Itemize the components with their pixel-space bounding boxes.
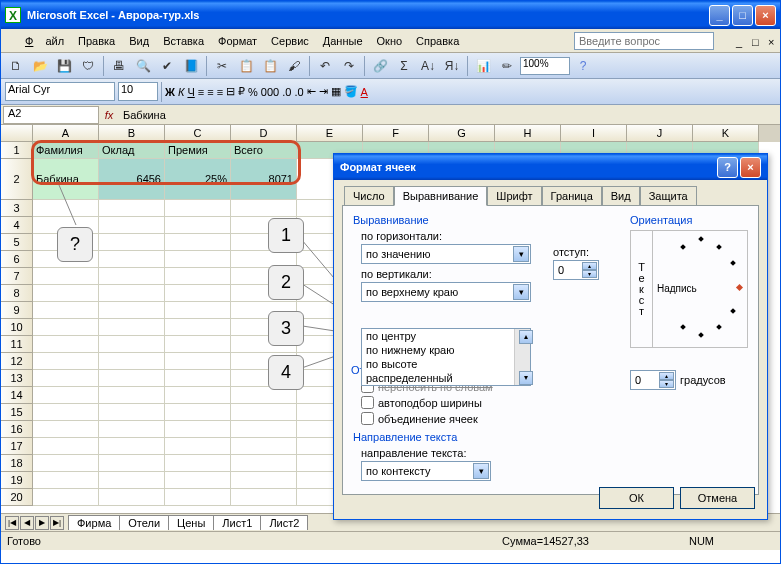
col-header[interactable]: E xyxy=(297,125,363,142)
cell[interactable] xyxy=(99,234,165,251)
row-header[interactable]: 1 xyxy=(1,142,33,159)
maximize-button[interactable]: □ xyxy=(732,5,753,26)
dropdown-option[interactable]: распределенный xyxy=(362,371,530,385)
tab-number[interactable]: Число xyxy=(344,186,394,205)
sort-asc-icon[interactable]: A↓ xyxy=(417,55,439,77)
cell[interactable] xyxy=(99,455,165,472)
row-header[interactable]: 20 xyxy=(1,489,33,506)
dec-dec-icon[interactable]: .0 xyxy=(294,86,303,98)
cell[interactable] xyxy=(165,234,231,251)
cell[interactable] xyxy=(33,285,99,302)
sheet-tab[interactable]: Фирма xyxy=(68,515,120,530)
row-header[interactable]: 9 xyxy=(1,302,33,319)
cell[interactable] xyxy=(165,336,231,353)
col-header[interactable]: D xyxy=(231,125,297,142)
sheet-tab[interactable]: Отели xyxy=(119,515,169,530)
cell[interactable] xyxy=(33,319,99,336)
combo-direction[interactable]: по контексту▾ xyxy=(361,461,491,481)
fill-color-icon[interactable]: 🪣 xyxy=(344,85,358,98)
cell[interactable] xyxy=(99,251,165,268)
tab-nav-next-icon[interactable]: ▶ xyxy=(35,516,49,530)
row-header[interactable]: 17 xyxy=(1,438,33,455)
row-header[interactable]: 19 xyxy=(1,472,33,489)
cell[interactable] xyxy=(165,319,231,336)
permission-icon[interactable]: 🛡 xyxy=(77,55,99,77)
tab-nav-prev-icon[interactable]: ◀ xyxy=(20,516,34,530)
row-header[interactable]: 5 xyxy=(1,234,33,251)
sheet-tab[interactable]: Цены xyxy=(168,515,214,530)
menu-window[interactable]: Окно xyxy=(371,33,409,49)
indent-dec-icon[interactable]: ⇤ xyxy=(307,85,316,98)
font-color-icon[interactable]: A xyxy=(361,86,368,98)
cell[interactable] xyxy=(165,404,231,421)
save-icon[interactable]: 💾 xyxy=(53,55,75,77)
mdi-minimize-button[interactable]: _ xyxy=(730,34,744,48)
menu-view[interactable]: Вид xyxy=(123,33,155,49)
row-header[interactable]: 7 xyxy=(1,268,33,285)
cell[interactable] xyxy=(165,438,231,455)
cell[interactable] xyxy=(231,438,297,455)
align-right-icon[interactable]: ≡ xyxy=(217,86,223,98)
cell[interactable] xyxy=(99,268,165,285)
dialog-help-button[interactable]: ? xyxy=(717,157,738,178)
cell[interactable] xyxy=(33,353,99,370)
sheet-tab[interactable]: Лист2 xyxy=(260,515,308,530)
cell[interactable] xyxy=(99,200,165,217)
cell[interactable] xyxy=(99,404,165,421)
menu-edit[interactable]: Правка xyxy=(72,33,121,49)
col-header[interactable]: C xyxy=(165,125,231,142)
cell[interactable] xyxy=(165,370,231,387)
cell[interactable] xyxy=(165,387,231,404)
name-box[interactable]: A2 xyxy=(3,106,99,124)
spin-indent[interactable]: 0▴▾ xyxy=(553,260,599,280)
currency-icon[interactable]: ₽ xyxy=(238,85,245,98)
redo-icon[interactable]: ↷ xyxy=(338,55,360,77)
undo-icon[interactable]: ↶ xyxy=(314,55,336,77)
cell[interactable] xyxy=(231,489,297,506)
combo-horizontal[interactable]: по значению▾ xyxy=(361,244,531,264)
tab-nav-last-icon[interactable]: ▶| xyxy=(50,516,64,530)
cell[interactable] xyxy=(99,285,165,302)
col-header[interactable]: A xyxy=(33,125,99,142)
row-header[interactable]: 10 xyxy=(1,319,33,336)
merge-icon[interactable]: ⊟ xyxy=(226,85,235,98)
align-center-icon[interactable]: ≡ xyxy=(207,86,213,98)
cell[interactable] xyxy=(165,217,231,234)
cell[interactable]: Премия xyxy=(165,142,231,159)
chevron-down-icon[interactable]: ▾ xyxy=(473,463,489,479)
paste-icon[interactable]: 📋 xyxy=(259,55,281,77)
mdi-restore-button[interactable]: □ xyxy=(746,34,760,48)
underline-icon[interactable]: Ч xyxy=(187,86,194,98)
percent-icon[interactable]: % xyxy=(248,86,258,98)
chevron-up-icon[interactable]: ▴ xyxy=(659,372,674,380)
col-header[interactable]: F xyxy=(363,125,429,142)
drawing-icon[interactable]: ✏ xyxy=(496,55,518,77)
cell[interactable] xyxy=(165,455,231,472)
cell[interactable] xyxy=(99,438,165,455)
tab-protection[interactable]: Защита xyxy=(640,186,697,205)
cell[interactable] xyxy=(33,336,99,353)
cell[interactable] xyxy=(99,319,165,336)
cell[interactable] xyxy=(99,217,165,234)
cell[interactable] xyxy=(231,404,297,421)
select-all-corner[interactable] xyxy=(1,125,33,142)
row-header[interactable]: 3 xyxy=(1,200,33,217)
cell[interactable] xyxy=(99,421,165,438)
tab-nav-first-icon[interactable]: |◀ xyxy=(5,516,19,530)
tab-border[interactable]: Граница xyxy=(542,186,602,205)
chevron-down-icon[interactable]: ▾ xyxy=(659,380,674,388)
cell[interactable] xyxy=(165,353,231,370)
cell[interactable] xyxy=(99,353,165,370)
fx-icon[interactable]: fx xyxy=(99,109,119,121)
row-header[interactable]: 8 xyxy=(1,285,33,302)
orientation-dial[interactable]: Надпись xyxy=(653,231,747,347)
cell[interactable]: 25% xyxy=(165,159,231,200)
chevron-down-icon[interactable]: ▾ xyxy=(582,270,597,278)
dec-inc-icon[interactable]: .0 xyxy=(282,86,291,98)
cell[interactable] xyxy=(99,387,165,404)
tab-patterns[interactable]: Вид xyxy=(602,186,640,205)
chevron-down-icon[interactable]: ▾ xyxy=(519,371,533,385)
checkbox-shrink[interactable] xyxy=(361,396,374,409)
row-header[interactable]: 15 xyxy=(1,404,33,421)
cell[interactable]: 8071 xyxy=(231,159,297,200)
